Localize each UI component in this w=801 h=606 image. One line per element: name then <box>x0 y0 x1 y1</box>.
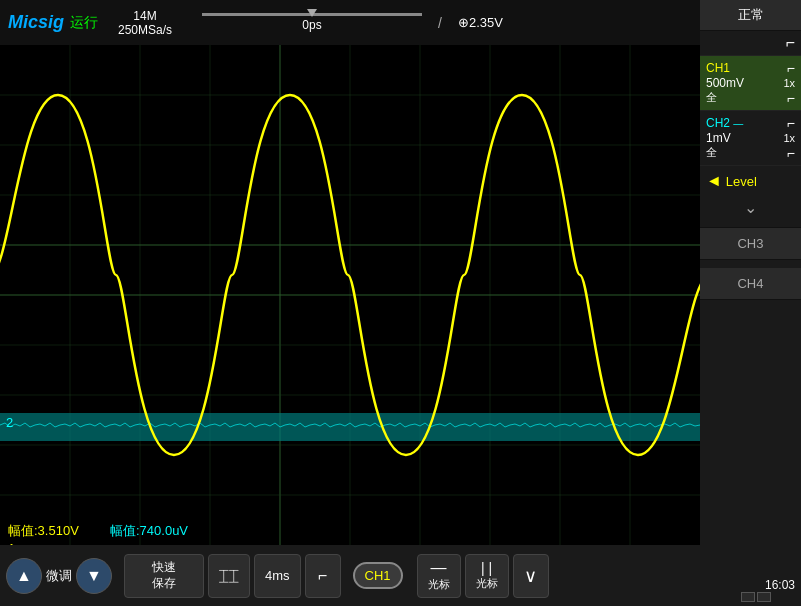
ch1-waveform-icon: ⌐ <box>787 60 795 76</box>
time-reference-block: 0ps <box>202 13 422 32</box>
quick-save-label: 快速 保存 <box>152 560 176 591</box>
ch1-icon2: ⌐ <box>787 90 795 106</box>
svg-text:2: 2 <box>6 415 13 430</box>
waveform-svg: 2 幅值:3.510V 幅值:740.0uV 1 <box>0 45 700 545</box>
sample-rate-block: 14M 250MSa/s <box>118 9 172 37</box>
down-arrow-button[interactable]: ▼ <box>76 558 112 594</box>
svg-text:幅值:740.0uV: 幅值:740.0uV <box>110 523 188 538</box>
logo: Micsig <box>8 12 64 33</box>
trigger-info: ⊕2.35V <box>458 15 503 30</box>
cursor1-label: 光标 <box>428 577 450 592</box>
vertical-cursor-button[interactable]: | | 光标 <box>465 554 509 598</box>
ch1-label: CH1 <box>706 61 730 75</box>
pulse-icon: ⌶⌶ <box>219 567 239 585</box>
level-label: Level <box>726 174 757 189</box>
time-offset: 0ps <box>302 18 321 32</box>
waveform-icon-1: ⌐ <box>786 34 795 52</box>
time-per-div-button[interactable]: 4ms <box>254 554 301 598</box>
ch1-full-label: 全 <box>706 90 717 106</box>
expand-button[interactable]: ∨ <box>513 554 549 598</box>
waveform-area: 2 幅值:3.510V 幅值:740.0uV 1 <box>0 45 700 545</box>
pulse-button[interactable]: ⌶⌶ <box>208 554 250 598</box>
ch2-full-label: 全 <box>706 145 717 161</box>
ch1-block[interactable]: CH1 ⌐ 500mV 1x 全 ⌐ <box>700 56 801 111</box>
cursor2-label: 光标 <box>476 576 498 591</box>
ch2-voltage: 1mV <box>706 131 731 145</box>
level-arrow-icon: ◄ <box>706 172 722 190</box>
ch1-voltage: 500mV <box>706 76 744 90</box>
down-arrow-icon: ▼ <box>86 567 102 585</box>
time-per-div-label: 4ms <box>265 568 290 583</box>
vertical-cursor-icon: | | <box>481 560 492 576</box>
expand-icon: ∨ <box>524 565 537 587</box>
ch4-button[interactable]: CH4 <box>700 268 801 300</box>
svg-text:幅值:3.510V: 幅值:3.510V <box>8 523 79 538</box>
up-arrow-button[interactable]: ▲ <box>6 558 42 594</box>
horizontal-cursor-button[interactable]: — 光标 <box>417 554 461 598</box>
normal-mode-button[interactable]: 正常 <box>700 0 801 31</box>
ch2-block[interactable]: CH2 — ⌐ 1mV 1x 全 ⌐ <box>700 111 801 166</box>
clock-display: 16:03 <box>765 578 795 592</box>
ch1-indicator-label: CH1 <box>365 568 391 583</box>
ch2-waveform-icon: ⌐ <box>787 115 795 131</box>
level-marker: ◄ Level <box>700 166 801 196</box>
horizontal-cursor-icon: — <box>431 559 447 577</box>
sample-rate: 250MSa/s <box>118 23 172 37</box>
ch3-button[interactable]: CH3 <box>700 227 801 260</box>
fine-tune-label: 微调 <box>46 567 72 585</box>
ch2-label: CH2 — <box>706 116 743 130</box>
run-status: 运行 <box>70 14 98 32</box>
single-pulse-icon: ⌐ <box>318 567 327 585</box>
header-bar: Micsig 运行 14M 250MSa/s 0ps / ⊕2.35V <box>0 0 700 45</box>
up-arrow-icon: ▲ <box>16 567 32 585</box>
ch1-probe-ratio: 1x <box>783 77 795 89</box>
right-panel: 正常 ⌐ CH1 ⌐ 500mV 1x 全 ⌐ CH2 — ⌐ 1mV 1x 全 <box>700 0 801 545</box>
ch2-icon2: ⌐ <box>787 145 795 161</box>
scope-screen: Micsig 运行 14M 250MSa/s 0ps / ⊕2.35V <box>0 0 700 545</box>
ch1-indicator[interactable]: CH1 <box>353 562 403 589</box>
bottom-toolbar: ▲ 微调 ▼ 快速 保存 ⌶⌶ 4ms ⌐ CH1 — 光标 | | 光标 ∨ <box>0 545 801 606</box>
normal-label: 正常 <box>738 7 764 22</box>
ch2-probe-ratio: 1x <box>783 132 795 144</box>
mini-icon-1 <box>741 592 755 602</box>
quick-save-button[interactable]: 快速 保存 <box>124 554 204 598</box>
memory-depth: 14M <box>133 9 156 23</box>
time-cursor-marker <box>307 9 317 17</box>
time-bar <box>202 13 422 16</box>
mini-icon-2 <box>757 592 771 602</box>
single-pulse-button[interactable]: ⌐ <box>305 554 341 598</box>
